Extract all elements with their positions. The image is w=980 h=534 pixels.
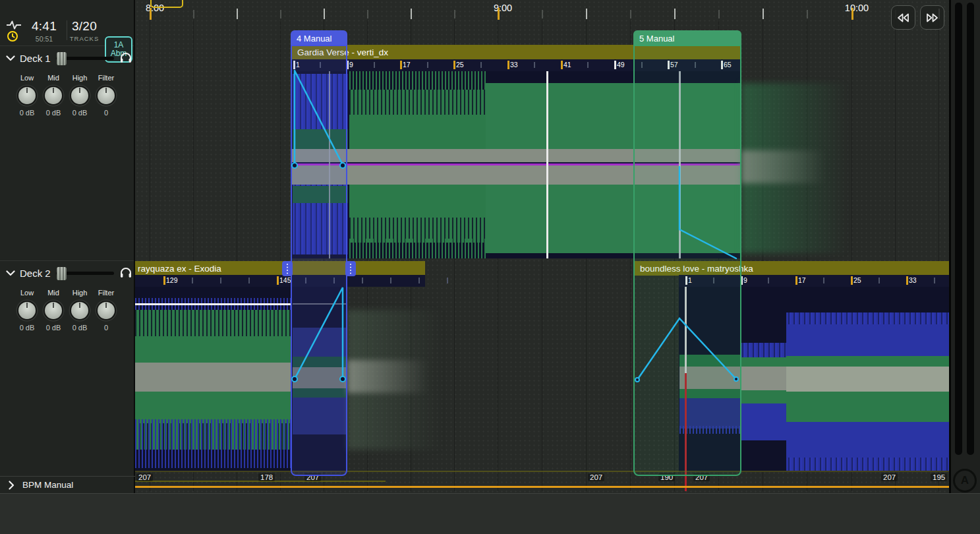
session-info-row: 4:41 50:51 3/20 TRACKS 1A Abm bbox=[0, 17, 135, 45]
beat-tick bbox=[795, 276, 797, 285]
deck-name[interactable]: Deck 1 bbox=[20, 53, 51, 64]
deck-volume-handle[interactable] bbox=[57, 267, 67, 280]
beat-number: 9 bbox=[743, 276, 747, 284]
bpm-value: 207 bbox=[136, 473, 153, 481]
high-eq-knob[interactable] bbox=[70, 86, 90, 105]
beat-number: 25 bbox=[853, 276, 861, 284]
marker-label: 4 Manual bbox=[297, 34, 331, 44]
beat-number: 17 bbox=[798, 276, 806, 284]
headphones-cue-icon[interactable] bbox=[119, 266, 132, 278]
beat-minor-tick bbox=[823, 278, 824, 283]
chevron-down-icon[interactable] bbox=[6, 270, 15, 276]
beat-minor-tick bbox=[362, 278, 363, 283]
beat-number: 33 bbox=[510, 61, 518, 69]
level-meter-bar bbox=[967, 3, 974, 455]
knob-value: 0 dB bbox=[40, 109, 67, 117]
region-handle-menu-icon[interactable] bbox=[345, 261, 356, 276]
beat-minor-tick bbox=[192, 278, 193, 283]
mid-eq-knob[interactable] bbox=[43, 301, 63, 320]
knob-label: Mid bbox=[40, 289, 67, 297]
beat-minor-tick bbox=[248, 278, 250, 283]
low-eq-knob[interactable] bbox=[17, 301, 37, 320]
beat-minor-tick bbox=[934, 278, 935, 283]
beat-ruler-exodia: 129 145 bbox=[135, 275, 425, 287]
knob-label: High bbox=[66, 74, 94, 82]
knob-value: 0 dB bbox=[40, 324, 67, 332]
deck-name[interactable]: Deck 2 bbox=[20, 268, 51, 279]
beat-minor-tick bbox=[879, 278, 880, 283]
beat-tick bbox=[906, 276, 908, 285]
marker-tab[interactable]: 4 Manual bbox=[291, 30, 347, 46]
time-ruler-label: 10:00 bbox=[845, 3, 869, 13]
region-handle-menu-icon[interactable] bbox=[282, 261, 293, 276]
clip-title: rayquaza ex - Exodia bbox=[135, 264, 221, 274]
beat-tick bbox=[851, 276, 853, 285]
loop-marker-stub[interactable] bbox=[150, 0, 183, 8]
knob-value: 0 bbox=[92, 324, 120, 332]
knob-label: Low bbox=[13, 289, 41, 297]
knob-value: 0 dB bbox=[13, 109, 41, 117]
headphones-cue-icon[interactable] bbox=[119, 51, 132, 63]
beat-tick bbox=[507, 61, 509, 69]
deck-volume-handle[interactable] bbox=[57, 52, 67, 65]
marker-region-body[interactable] bbox=[291, 45, 347, 476]
deck2-panel: Deck 2 Low 0 dB Mid 0 dB High 0 bbox=[0, 262, 135, 473]
automix-app: Gardia Verse - verti_dx 1 9 17 25 33 41 … bbox=[0, 0, 980, 534]
level-meter-bar bbox=[955, 3, 962, 455]
marker-label: 5 Manual bbox=[639, 34, 674, 44]
beat-tick bbox=[561, 61, 563, 69]
bpm-value: 207 bbox=[588, 473, 604, 481]
knob-label: Filter bbox=[92, 289, 120, 297]
marker-region-5-manual[interactable]: 5 Manual bbox=[633, 30, 741, 476]
rewind-button[interactable] bbox=[891, 5, 915, 30]
marker-region-4-manual[interactable]: 4 Manual bbox=[291, 30, 347, 476]
knob-label: High bbox=[66, 289, 94, 297]
mid-eq-knob[interactable] bbox=[43, 86, 63, 105]
beat-number: 129 bbox=[166, 276, 178, 284]
waveform-meter-icon bbox=[6, 20, 22, 30]
chevron-down-icon[interactable] bbox=[6, 55, 15, 61]
bpm-panel-row[interactable]: BPM Manual bbox=[0, 476, 135, 494]
clock-icon[interactable] bbox=[7, 30, 18, 42]
beat-number: 145 bbox=[279, 276, 291, 284]
knob-label: Low bbox=[13, 74, 41, 82]
level-meter-strip: A bbox=[951, 0, 980, 493]
beat-number: 17 bbox=[403, 61, 411, 69]
clip-titlebar-exodia[interactable]: rayquaza ex - Exodia bbox=[135, 261, 425, 276]
beat-number: 33 bbox=[909, 276, 917, 284]
beat-minor-tick bbox=[427, 62, 428, 68]
beat-number: 9 bbox=[349, 61, 353, 69]
total-time: 50:51 bbox=[25, 35, 63, 43]
beat-minor-tick bbox=[418, 278, 420, 283]
marker-tab[interactable]: 5 Manual bbox=[633, 30, 741, 46]
fast-forward-icon bbox=[925, 12, 939, 24]
bpm-value: 178 bbox=[258, 473, 275, 481]
fast-forward-button[interactable] bbox=[920, 5, 944, 30]
beat-number: 49 bbox=[617, 61, 625, 69]
timeline-background[interactable] bbox=[135, 0, 949, 493]
sidebar: 4:41 50:51 3/20 TRACKS 1A Abm Deck 1 bbox=[0, 0, 135, 493]
high-eq-knob[interactable] bbox=[70, 301, 90, 320]
beat-tick bbox=[400, 61, 402, 69]
chevron-right-icon[interactable] bbox=[9, 481, 14, 490]
beat-minor-tick bbox=[587, 62, 589, 68]
beat-minor-tick bbox=[447, 278, 448, 283]
filter-knob[interactable] bbox=[96, 86, 116, 105]
filter-knob[interactable] bbox=[96, 301, 116, 320]
knob-label: Mid bbox=[40, 74, 67, 82]
knob-value: 0 dB bbox=[13, 324, 41, 332]
bpm-panel-label: BPM Manual bbox=[22, 480, 73, 490]
time-ruler-label: 9:00 bbox=[494, 3, 512, 13]
knob-value: 0 dB bbox=[66, 324, 94, 332]
rewind-icon bbox=[896, 12, 910, 24]
beat-minor-tick bbox=[374, 62, 375, 68]
knob-value: 0 dB bbox=[66, 109, 94, 117]
marker-region-body[interactable] bbox=[633, 45, 741, 476]
low-eq-knob[interactable] bbox=[17, 86, 37, 105]
app-logo: A bbox=[953, 469, 977, 492]
bpm-value: 195 bbox=[931, 473, 947, 481]
beat-tick bbox=[453, 61, 455, 69]
bottom-toolbar bbox=[0, 493, 980, 534]
beat-minor-tick bbox=[390, 278, 391, 283]
knob-label: Filter bbox=[92, 74, 120, 82]
